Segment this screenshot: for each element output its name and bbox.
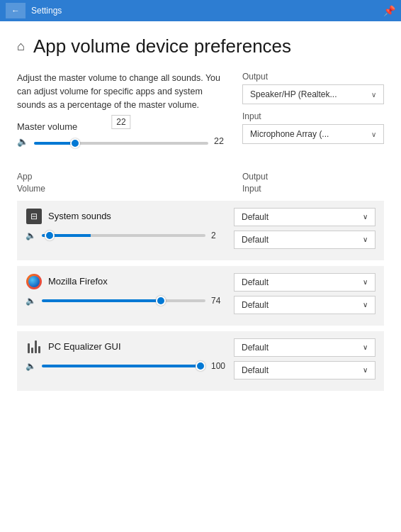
app-icon-system-sounds: ⊟ (26, 208, 43, 225)
app-name-row-pc-equalizer: PC Equalizer GUI (26, 338, 225, 355)
app-volume-value-pc-equalizer: 100 (211, 361, 225, 371)
app-output-value-system-sounds: Default (242, 212, 269, 222)
title-bar: ← Settings 📌 (0, 0, 401, 21)
output-dropdown[interactable]: Speaker/HP (Realtek... ∨ (242, 84, 384, 104)
top-section: Adjust the master volume to change all s… (17, 72, 384, 151)
app-input-arrow-pc-equalizer: ∨ (363, 366, 368, 374)
app-input-dropdown-system-sounds[interactable]: Default ∨ (234, 231, 375, 249)
app-volume-icon-mozilla-firefox: 🔈 (26, 296, 36, 306)
app-icon-pc-equalizer (26, 338, 43, 355)
firefox-icon (26, 274, 42, 289)
app-list-header: App Volume Output Input (17, 168, 384, 198)
app-volume-slider-pc-equalizer[interactable] (42, 365, 205, 367)
app-input-dropdown-mozilla-firefox[interactable]: Default ∨ (234, 296, 375, 314)
app-right-mozilla-firefox: Default ∨ Default ∨ (234, 273, 375, 318)
app-left-pc-equalizer: PC Equalizer GUI 🔈 100 (26, 338, 225, 371)
app-input-value-system-sounds: Default (242, 235, 269, 245)
master-volume-value: 22 (214, 136, 228, 146)
app-list: ⊟ System sounds 🔈 2 Default ∨ Default ∨ (17, 201, 384, 391)
master-volume-icon: 🔈 (17, 136, 28, 147)
app-input-arrow-system-sounds: ∨ (363, 235, 368, 243)
output-col-label: Output (242, 171, 384, 183)
app-output-value-pc-equalizer: Default (242, 343, 269, 353)
app-output-dropdown-pc-equalizer[interactable]: Default ∨ (234, 338, 375, 357)
app-name-pc-equalizer: PC Equalizer GUI (48, 341, 121, 352)
app-output-value-mozilla-firefox: Default (242, 277, 269, 287)
app-input-value-pc-equalizer: Default (242, 365, 269, 375)
page-header: ⌂ App volume device preferences (17, 35, 384, 57)
system-sounds-icon: ⊟ (26, 209, 42, 224)
title-bar-text: Settings (31, 6, 383, 16)
main-content: ⌂ App volume device preferences Adjust t… (0, 21, 401, 532)
app-slider-row-pc-equalizer: 🔈 100 (26, 361, 225, 371)
app-list-header-left: App Volume (17, 171, 242, 195)
master-slider-container: 22 (34, 135, 208, 148)
app-row-pc-equalizer: PC Equalizer GUI 🔈 100 Default ∨ Default… (17, 331, 384, 391)
app-output-arrow-pc-equalizer: ∨ (363, 343, 368, 351)
input-label: Input (242, 111, 384, 121)
output-dropdown-value: Speaker/HP (Realtek... (250, 89, 337, 99)
app-icon-mozilla-firefox (26, 273, 43, 290)
app-col-label: App (17, 171, 242, 183)
back-icon: ← (11, 6, 20, 16)
app-slider-row-mozilla-firefox: 🔈 74 (26, 296, 225, 306)
app-left-mozilla-firefox: Mozilla Firefox 🔈 74 (26, 273, 225, 306)
input-col-label: Input (242, 183, 384, 195)
app-name-mozilla-firefox: Mozilla Firefox (48, 276, 108, 287)
app-input-value-mozilla-firefox: Default (242, 300, 269, 310)
description-text: Adjust the master volume to change all s… (17, 72, 228, 111)
app-volume-value-mozilla-firefox: 74 (211, 296, 225, 306)
app-volume-icon-system-sounds: 🔈 (26, 231, 36, 240)
output-label: Output (242, 72, 384, 82)
equalizer-icon (28, 340, 40, 353)
volume-col-label: Volume (17, 183, 242, 195)
master-tooltip: 22 (111, 115, 130, 129)
app-volume-slider-system-sounds[interactable] (42, 234, 205, 237)
app-volume-slider-mozilla-firefox[interactable] (42, 299, 205, 302)
app-right-pc-equalizer: Default ∨ Default ∨ (234, 338, 375, 384)
input-dropdown-arrow: ∨ (371, 131, 376, 138)
app-output-arrow-mozilla-firefox: ∨ (363, 278, 368, 286)
output-input-column: Output Speaker/HP (Realtek... ∨ Input Mi… (242, 72, 384, 151)
app-name-row-mozilla-firefox: Mozilla Firefox (26, 273, 225, 290)
pin-icon: 📌 (383, 5, 395, 16)
app-input-arrow-mozilla-firefox: ∨ (363, 301, 368, 309)
master-volume-slider[interactable] (34, 142, 208, 145)
app-input-dropdown-pc-equalizer[interactable]: Default ∨ (234, 361, 375, 379)
app-row-system-sounds: ⊟ System sounds 🔈 2 Default ∨ Default ∨ (17, 201, 384, 260)
back-button[interactable]: ← (6, 3, 26, 18)
app-output-dropdown-system-sounds[interactable]: Default ∨ (234, 208, 375, 226)
app-right-system-sounds: Default ∨ Default ∨ (234, 208, 375, 253)
app-volume-icon-pc-equalizer: 🔈 (26, 361, 36, 371)
app-volume-value-system-sounds: 2 (211, 231, 225, 240)
input-dropdown[interactable]: Microphone Array (... ∨ (242, 124, 384, 144)
output-dropdown-arrow: ∨ (371, 91, 376, 99)
app-left-system-sounds: ⊟ System sounds 🔈 2 (26, 208, 225, 240)
page-title: App volume device preferences (33, 35, 291, 57)
app-row-mozilla-firefox: Mozilla Firefox 🔈 74 Default ∨ Default ∨ (17, 266, 384, 326)
app-name-system-sounds: System sounds (48, 211, 111, 221)
description-column: Adjust the master volume to change all s… (17, 72, 228, 151)
input-dropdown-value: Microphone Array (... (250, 129, 329, 139)
app-slider-row-system-sounds: 🔈 2 (26, 231, 225, 240)
app-output-dropdown-mozilla-firefox[interactable]: Default ∨ (234, 273, 375, 292)
home-icon[interactable]: ⌂ (17, 39, 25, 54)
app-list-header-right: Output Input (242, 171, 384, 195)
app-name-row-system-sounds: ⊟ System sounds (26, 208, 225, 225)
app-output-arrow-system-sounds: ∨ (363, 213, 368, 221)
master-slider-row: 🔈 22 22 (17, 135, 228, 148)
